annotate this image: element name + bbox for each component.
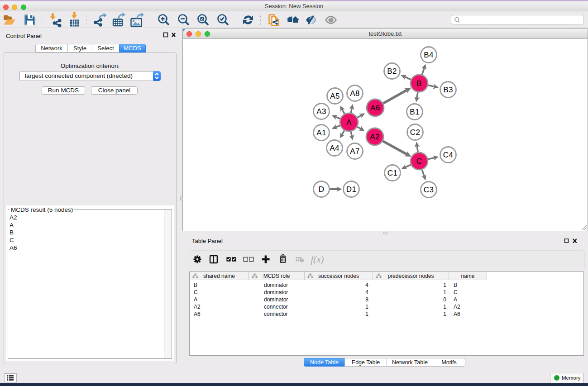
- svg-text:A8: A8: [350, 89, 360, 98]
- svg-text:A1: A1: [316, 129, 326, 137]
- svg-text:A5: A5: [330, 92, 340, 100]
- svg-text:D1: D1: [346, 185, 357, 194]
- svg-text:A2: A2: [370, 133, 380, 141]
- svg-text:B3: B3: [443, 86, 453, 94]
- svg-text:A4: A4: [330, 144, 339, 152]
- svg-text:B: B: [416, 79, 422, 88]
- svg-text:C1: C1: [387, 169, 398, 177]
- svg-text:C4: C4: [443, 151, 454, 159]
- svg-text:A3: A3: [316, 107, 326, 116]
- svg-text:A: A: [346, 118, 352, 127]
- svg-text:A6: A6: [370, 104, 380, 112]
- svg-text:C3: C3: [424, 186, 434, 194]
- svg-text:B1: B1: [410, 108, 420, 116]
- svg-text:B4: B4: [424, 51, 434, 59]
- svg-text:D: D: [319, 185, 325, 194]
- svg-text:C2: C2: [410, 128, 421, 137]
- svg-text:C: C: [416, 157, 422, 166]
- svg-text:A7: A7: [350, 147, 360, 156]
- svg-text:f(x): f(x): [311, 254, 324, 265]
- svg-text:B2: B2: [387, 67, 397, 76]
